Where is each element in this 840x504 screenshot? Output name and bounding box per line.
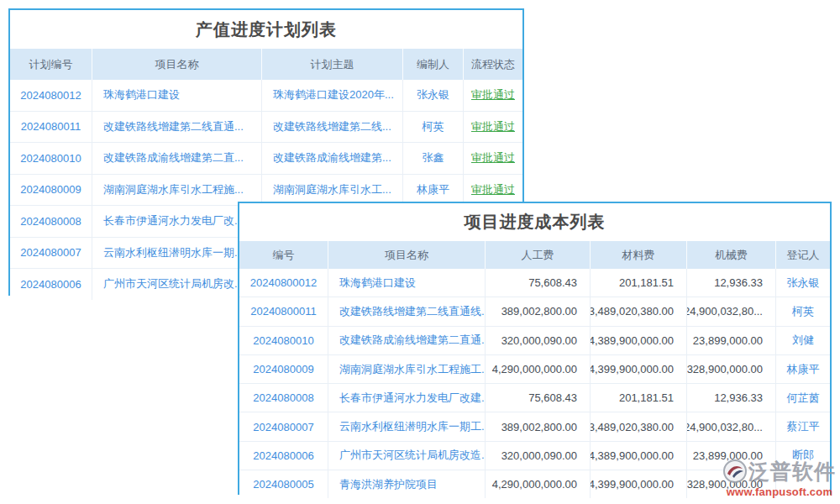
plan-subject-cell: 改建铁路成渝线增建第...	[262, 143, 403, 174]
project-name-cell: 青海洪湖养护院项目	[328, 470, 486, 498]
project-name-cell: 长春市伊通河水力发电厂改建...	[328, 384, 486, 412]
machine-cost-cell: 24,900,032,80...	[687, 412, 776, 440]
labor-cost-cell: 320,000,090.00	[486, 327, 591, 354]
column-header-flow-status: 流程状态	[464, 49, 522, 80]
project-name-cell: 改建铁路线增建第二线直通线...	[328, 297, 486, 325]
plan-id-link[interactable]: 2024080006	[10, 269, 92, 300]
status-link[interactable]: 审批通过	[464, 175, 522, 206]
labor-cost-cell: 75,608.43	[486, 269, 591, 297]
plan-table-header: 计划编号 项目名称 计划主题 编制人 流程状态	[10, 49, 522, 80]
table-row[interactable]: 2024080012 珠海鹤港口建设 珠海鹤港口建设2020年... 张永银 审…	[10, 80, 522, 112]
table-row[interactable]: 2024080011 改建铁路线增建第二线直通... 改建铁路线增建第二线...…	[10, 112, 522, 144]
labor-cost-cell: 389,002,800.00	[486, 297, 591, 325]
registrant-cell: 断郎	[776, 442, 830, 470]
registrant-cell: 柯英	[776, 297, 830, 325]
project-name-cell: 云南水利枢纽潜明水库一期工...	[328, 412, 486, 440]
project-name-cell: 广州市天河区统计局机房改...	[92, 269, 262, 300]
project-name-cell: 珠海鹤港口建设	[328, 269, 486, 297]
project-name-cell: 云南水利枢纽潜明水库一期...	[92, 238, 262, 269]
cost-id-link[interactable]: 2024080010	[239, 327, 328, 354]
author-cell: 张永银	[403, 80, 464, 111]
material-cost-cell: 4,399,900,000.00	[591, 470, 687, 498]
labor-cost-cell: 389,002,800.00	[486, 412, 591, 440]
column-header-machine-cost: 机械费	[687, 241, 776, 269]
project-name-cell: 湖南洞庭湖水库引水工程施工...	[328, 355, 486, 383]
cost-id-link[interactable]: 2024080005	[239, 470, 328, 498]
registrant-cell: 何芷茵	[776, 384, 830, 412]
labor-cost-cell: 75,608.43	[486, 384, 591, 412]
status-link[interactable]: 审批通过	[464, 143, 522, 174]
project-name-cell: 广州市天河区统计局机房改造...	[328, 442, 486, 470]
cost-table-body: 20240800012 珠海鹤港口建设 75,608.43 201,181.51…	[239, 269, 830, 498]
labor-cost-cell: 4,290,000,000.00	[486, 470, 591, 498]
plan-id-link[interactable]: 2024080012	[10, 80, 92, 111]
table-row[interactable]: 2024080009 湖南洞庭湖水库引水工程施工... 4,290,000,00…	[239, 355, 830, 384]
plan-id-link[interactable]: 2024080009	[10, 175, 92, 206]
machine-cost-cell: 23,899,000.00	[687, 327, 776, 354]
machine-cost-cell: 328,900,000.00	[687, 355, 776, 383]
plan-id-link[interactable]: 2024080008	[10, 206, 92, 237]
registrant-cell: 刘健	[776, 327, 830, 354]
material-cost-cell: 4,399,900,000.00	[591, 355, 687, 383]
table-row[interactable]: 20240800012 珠海鹤港口建设 75,608.43 201,181.51…	[239, 269, 830, 297]
table-row[interactable]: 2024080005 青海洪湖养护院项目 4,290,000,000.00 4,…	[239, 470, 830, 498]
material-cost-cell: 201,181.51	[591, 384, 687, 412]
cost-id-link[interactable]: 2024080009	[239, 355, 328, 383]
project-name-cell: 改建铁路成渝线增建第二直通...	[328, 327, 486, 354]
registrant-cell: 蔡江平	[776, 412, 830, 440]
material-cost-cell: 3,489,020,380.00	[591, 297, 687, 325]
author-cell: 林康平	[403, 175, 464, 206]
column-header-author: 编制人	[403, 49, 464, 80]
project-name-cell: 湖南洞庭湖水库引水工程施...	[92, 175, 262, 206]
project-name-cell: 珠海鹤港口建设	[92, 80, 262, 111]
column-header-plan-subject: 计划主题	[262, 49, 403, 80]
column-header-material-cost: 材料费	[591, 241, 687, 269]
table-row[interactable]: 2024080010 改建铁路成渝线增建第二直通... 320,000,090.…	[239, 327, 830, 355]
cost-table-header: 编号 项目名称 人工费 材料费 机械费 登记人	[239, 241, 830, 269]
author-cell: 张鑫	[403, 143, 464, 174]
registrant-cell: 林康平	[776, 355, 830, 383]
plan-subject-cell: 改建铁路线增建第二线...	[262, 112, 403, 143]
project-name-cell: 长春市伊通河水力发电厂改...	[92, 206, 262, 237]
labor-cost-cell: 320,000,090.00	[486, 442, 591, 470]
column-header-registrant: 登记人	[776, 241, 830, 269]
project-name-cell: 改建铁路线增建第二线直通...	[92, 112, 262, 143]
table-row[interactable]: 2024080007 云南水利枢纽潜明水库一期工... 389,002,800.…	[239, 412, 830, 441]
table-row[interactable]: 20240800011 改建铁路线增建第二线直通线... 389,002,800…	[239, 297, 830, 326]
cost-id-link[interactable]: 2024080007	[239, 412, 328, 440]
column-header-labor-cost: 人工费	[486, 241, 591, 269]
machine-cost-cell: 328,900,000.00	[687, 470, 776, 498]
column-header-project-name: 项目名称	[92, 49, 262, 80]
cost-id-link[interactable]: 2024080006	[239, 442, 328, 470]
machine-cost-cell: 23,899,000.00	[687, 442, 776, 470]
plan-panel-title: 产值进度计划列表	[10, 10, 522, 49]
machine-cost-cell: 12,936.33	[687, 269, 776, 297]
registrant-cell: 张永银	[776, 269, 830, 297]
plan-subject-cell: 湖南洞庭湖水库引水工...	[262, 175, 403, 206]
project-name-cell: 改建铁路成渝线增建第二直...	[92, 143, 262, 174]
status-link[interactable]: 审批通过	[464, 80, 522, 111]
cost-id-link[interactable]: 20240800012	[239, 269, 328, 297]
author-cell: 柯英	[403, 112, 464, 143]
plan-id-link[interactable]: 2024080007	[10, 238, 92, 269]
cost-list-panel: 项目进度成本列表 编号 项目名称 人工费 材料费 机械费 登记人 2024080…	[238, 202, 832, 495]
material-cost-cell: 4,389,900,000.00	[591, 327, 687, 354]
cost-id-link[interactable]: 2024080008	[239, 384, 328, 412]
table-row[interactable]: 2024080006 广州市天河区统计局机房改造... 320,000,090.…	[239, 442, 830, 470]
column-header-project-name: 项目名称	[328, 241, 486, 269]
table-row[interactable]: 2024080010 改建铁路成渝线增建第二直... 改建铁路成渝线增建第...…	[10, 143, 522, 175]
plan-id-link[interactable]: 2024080011	[10, 112, 92, 143]
column-header-id: 编号	[239, 241, 328, 269]
registrant-cell	[776, 470, 830, 498]
plan-subject-cell: 珠海鹤港口建设2020年...	[262, 80, 403, 111]
material-cost-cell: 3,489,020,380.00	[591, 412, 687, 440]
material-cost-cell: 201,181.51	[591, 269, 687, 297]
material-cost-cell: 4,389,900,000.00	[591, 442, 687, 470]
plan-id-link[interactable]: 2024080010	[10, 143, 92, 174]
table-row[interactable]: 2024080008 长春市伊通河水力发电厂改建... 75,608.43 20…	[239, 384, 830, 412]
column-header-plan-id: 计划编号	[10, 49, 92, 80]
machine-cost-cell: 12,936.33	[687, 384, 776, 412]
machine-cost-cell: 24,900,032,80...	[687, 297, 776, 325]
cost-id-link[interactable]: 20240800011	[239, 297, 328, 325]
status-link[interactable]: 审批通过	[464, 112, 522, 143]
